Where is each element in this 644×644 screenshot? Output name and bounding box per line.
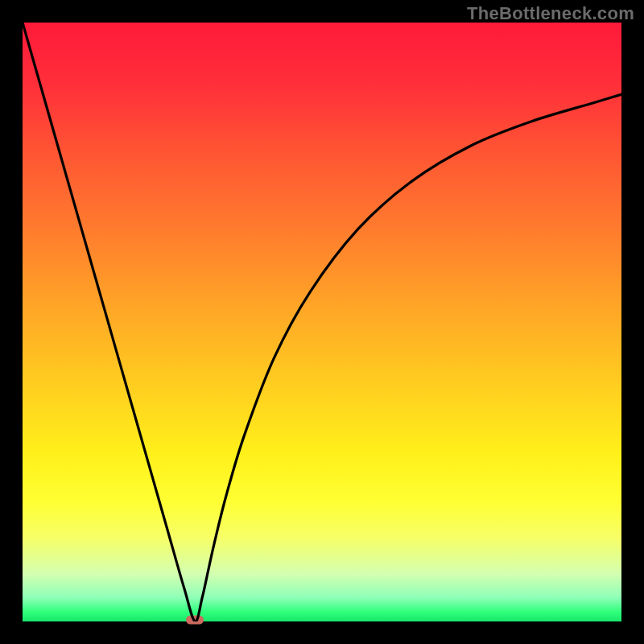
- plot-area: [23, 23, 621, 621]
- watermark-text: TheBottleneck.com: [467, 3, 634, 24]
- bottleneck-curve: [23, 23, 621, 621]
- chart-frame: TheBottleneck.com: [0, 0, 644, 644]
